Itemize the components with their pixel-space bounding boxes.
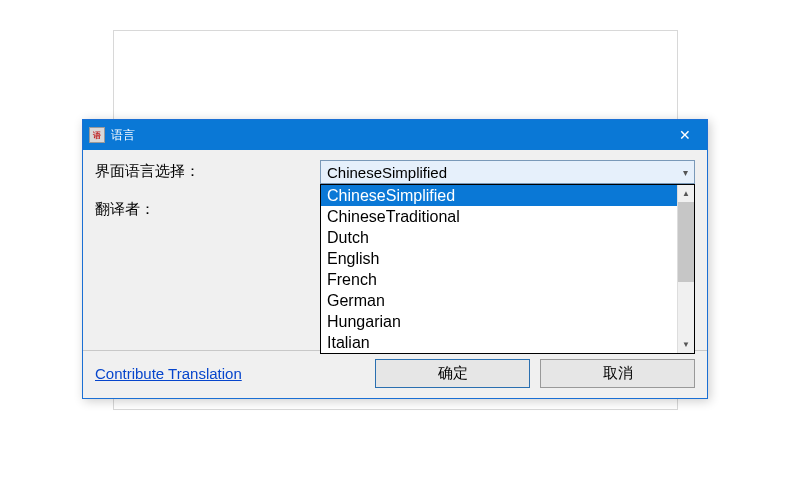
- dialog-body: 界面语言选择： ChineseSimplified ▾ ChineseSimpl…: [83, 150, 707, 350]
- scroll-up-button[interactable]: ▲: [678, 185, 694, 202]
- contribute-translation-link[interactable]: Contribute Translation: [95, 365, 242, 382]
- scroll-track[interactable]: [678, 202, 694, 336]
- dropdown-item[interactable]: Dutch: [321, 227, 677, 248]
- ui-language-select[interactable]: ChineseSimplified ▾: [320, 160, 695, 184]
- dropdown-item[interactable]: Hungarian: [321, 311, 677, 332]
- close-icon: ✕: [679, 127, 691, 143]
- dropdown-scrollbar[interactable]: ▲ ▼: [677, 185, 694, 353]
- ui-language-selected-value: ChineseSimplified: [327, 164, 447, 181]
- titlebar: 语 语言 ✕: [83, 120, 707, 150]
- ui-language-dropdown: ChineseSimplifiedChineseTraditionalDutch…: [320, 184, 695, 354]
- dropdown-item[interactable]: German: [321, 290, 677, 311]
- dropdown-item[interactable]: ChineseSimplified: [321, 185, 677, 206]
- dropdown-item[interactable]: French: [321, 269, 677, 290]
- ok-button[interactable]: 确定: [375, 359, 530, 388]
- dropdown-item[interactable]: English: [321, 248, 677, 269]
- dropdown-item[interactable]: Italian: [321, 332, 677, 353]
- close-button[interactable]: ✕: [662, 120, 707, 150]
- button-row: Contribute Translation 确定 取消: [83, 350, 707, 398]
- window-title: 语言: [111, 127, 662, 144]
- dropdown-item[interactable]: ChineseTraditional: [321, 206, 677, 227]
- scroll-down-button[interactable]: ▼: [678, 336, 694, 353]
- ui-language-combo: ChineseSimplified ▾ ChineseSimplifiedChi…: [320, 160, 695, 184]
- cancel-button[interactable]: 取消: [540, 359, 695, 388]
- app-icon: 语: [89, 127, 105, 143]
- language-dialog: 语 语言 ✕ 界面语言选择： ChineseSimplified ▾ Chine…: [82, 119, 708, 399]
- chevron-down-icon: ▾: [683, 167, 688, 178]
- ui-language-label: 界面语言选择：: [95, 160, 320, 184]
- dropdown-list: ChineseSimplifiedChineseTraditionalDutch…: [321, 185, 677, 353]
- scroll-thumb[interactable]: [678, 202, 694, 282]
- ui-language-row: 界面语言选择： ChineseSimplified ▾ ChineseSimpl…: [95, 160, 695, 184]
- translator-label: 翻译者：: [95, 198, 320, 219]
